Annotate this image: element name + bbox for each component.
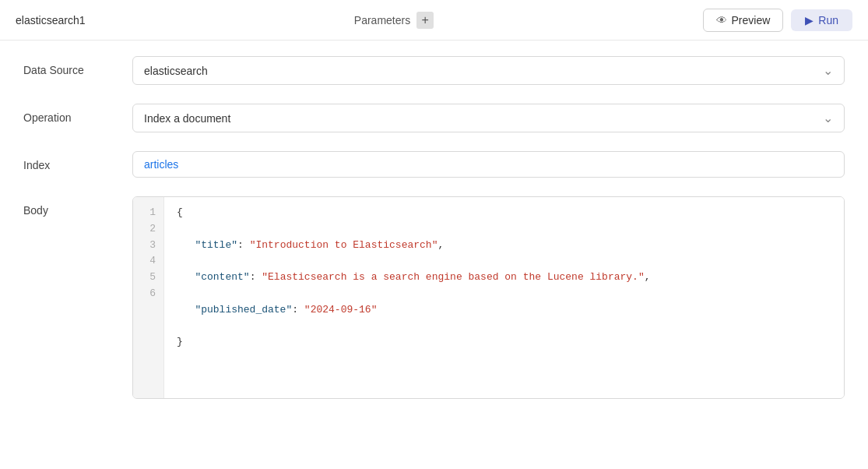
code-line-6 [177, 367, 831, 383]
operation-row: Operation Index a document ⌄ [23, 104, 845, 132]
line-numbers: 1 2 3 4 5 6 [133, 197, 164, 398]
operation-dropdown[interactable]: Index a document ⌄ [132, 104, 845, 132]
code-editor[interactable]: 1 2 3 4 5 6 { "title": "Introduction to … [132, 196, 845, 399]
eye-icon: 👁 [716, 14, 727, 26]
index-label: Index [23, 151, 132, 171]
topbar: elasticsearch1 Parameters + 👁 Preview ▶ … [0, 0, 868, 41]
code-line-1: { [177, 205, 831, 221]
operation-label: Operation [23, 104, 132, 124]
code-line-2: "title": "Introduction to Elasticsearch"… [177, 238, 831, 254]
body-row: Body 1 2 3 4 5 6 { "title": "Introductio… [23, 196, 845, 399]
line-num-4: 4 [141, 253, 156, 270]
main-content: Data Source elasticsearch ⌄ Operation In… [0, 41, 868, 433]
data-source-label: Data Source [23, 56, 132, 76]
play-icon: ▶ [805, 14, 814, 26]
run-button[interactable]: ▶ Run [791, 9, 852, 31]
line-num-2: 2 [141, 221, 156, 238]
data-source-value: elasticsearch [144, 65, 208, 77]
index-control [132, 151, 845, 178]
operation-control: Index a document ⌄ [132, 104, 845, 132]
run-label: Run [818, 14, 838, 26]
data-source-row: Data Source elasticsearch ⌄ [23, 56, 845, 85]
app-title: elasticsearch1 [16, 14, 86, 26]
topbar-right: 👁 Preview ▶ Run [703, 9, 852, 32]
code-line-4: "published_date": "2024-09-16" [177, 302, 831, 319]
line-num-6: 6 [141, 286, 156, 302]
preview-label: Preview [732, 14, 771, 26]
data-source-control: elasticsearch ⌄ [132, 56, 845, 85]
code-line-5: } [177, 334, 831, 351]
chevron-down-icon: ⌄ [823, 111, 833, 125]
line-num-1: 1 [141, 205, 156, 221]
preview-button[interactable]: 👁 Preview [703, 9, 784, 32]
code-line-3: "content": "Elasticsearch is a search en… [177, 270, 831, 286]
body-control: 1 2 3 4 5 6 { "title": "Introduction to … [132, 196, 845, 399]
data-source-dropdown[interactable]: elasticsearch ⌄ [132, 56, 845, 85]
topbar-center: Parameters + [354, 12, 434, 29]
line-num-3: 3 [141, 238, 156, 254]
add-parameter-button[interactable]: + [416, 12, 434, 29]
index-row: Index [23, 151, 845, 178]
code-content[interactable]: { "title": "Introduction to Elasticsearc… [164, 197, 844, 398]
parameters-label: Parameters [354, 14, 410, 26]
line-num-5: 5 [141, 270, 156, 286]
chevron-down-icon: ⌄ [823, 63, 833, 78]
index-input[interactable] [132, 151, 845, 178]
body-label: Body [23, 196, 132, 217]
operation-value: Index a document [144, 112, 230, 125]
